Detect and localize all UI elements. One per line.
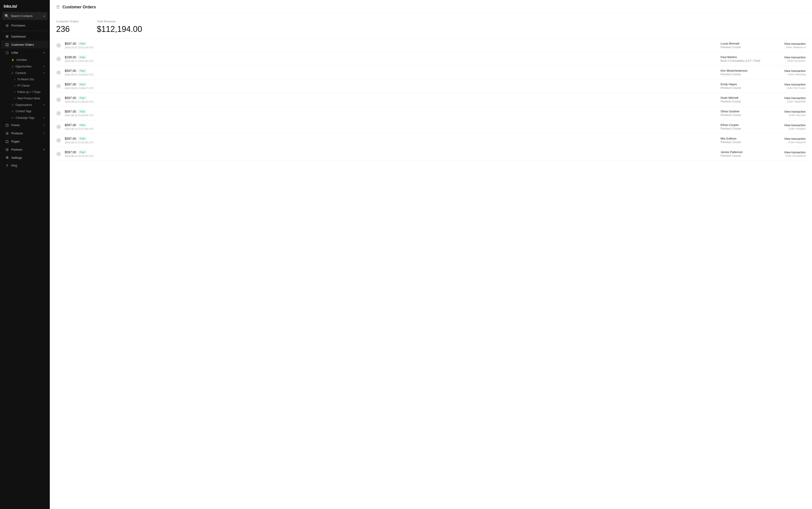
order-action-block: View transaction Order #vtpsq-f3 xyxy=(774,137,806,144)
paid-badge: Paid xyxy=(78,123,87,127)
sidebar-item-contacts[interactable]: ◎ Contacts + xyxy=(1,70,49,76)
list-icon: ≡ xyxy=(14,78,15,81)
order-price: $597.00 xyxy=(65,42,76,45)
sidebar-item-faq[interactable]: ? FAQ xyxy=(1,162,49,169)
tag-icon: 🏷 xyxy=(11,116,14,119)
add-campaign-tags-icon[interactable]: + xyxy=(43,116,45,120)
sidebar-item-contact-tags[interactable]: 🏷 Contact Tags xyxy=(1,108,49,114)
add-contact-icon[interactable]: + xyxy=(43,14,45,18)
sidebar-divider xyxy=(2,31,48,31)
svg-point-8 xyxy=(58,153,60,155)
order-circle xyxy=(56,124,61,129)
list-icon: ≡ xyxy=(14,91,15,93)
view-transaction-link[interactable]: View transaction xyxy=(774,150,806,154)
sidebar-item-opportunities[interactable]: ◫ Opportunities + xyxy=(1,63,49,69)
sidebar-item-new-product-ideas[interactable]: ≡ New Product Ideas xyxy=(1,95,49,101)
view-transaction-link[interactable]: View transaction xyxy=(774,69,806,73)
order-customer-block: James Patterson Premium Course xyxy=(721,150,770,158)
sidebar-item-pages[interactable]: ◫ Pages xyxy=(1,137,49,145)
order-circle xyxy=(56,84,61,89)
svg-point-6 xyxy=(58,126,60,128)
product-name: Premium Course xyxy=(721,141,770,144)
svg-point-3 xyxy=(58,85,60,87)
orders-stat: Customer Orders 236 xyxy=(56,20,79,34)
sidebar-item-forms[interactable]: ◫ Forms + xyxy=(1,121,49,129)
order-amount: $597.00 Paid xyxy=(65,42,94,45)
order-id: Order #xyb-jenl xyxy=(774,114,806,116)
order-date: 2024-08-15 21:07:56 UTC xyxy=(65,128,94,130)
order-id: Order #sztgt6xt xyxy=(774,127,806,130)
customer-name: Noah Mitchell xyxy=(721,96,770,100)
sidebar-item-partners[interactable]: ◎ Partners ▾ xyxy=(1,146,49,153)
order-customer-block: Mia Sullivan Premium Course xyxy=(721,137,770,144)
page-header-icon: ☰ xyxy=(56,4,60,9)
view-transaction-link[interactable]: View transaction xyxy=(774,124,806,127)
paid-badge: Paid xyxy=(78,42,87,45)
sidebar-item-purchases[interactable]: ◎ Purchases xyxy=(1,22,49,29)
order-amount-block: $597.00 Paid 2024-08-15 21:03:40 UTC xyxy=(65,137,94,144)
add-products-icon[interactable]: + xyxy=(43,132,45,135)
add-opportunities-icon[interactable]: + xyxy=(43,65,45,68)
add-organisations-icon[interactable]: + xyxy=(43,103,45,106)
sidebar-item-dashboard[interactable]: ⊞ Dashboard xyxy=(1,33,49,40)
order-price: $597.00 xyxy=(65,69,76,73)
sidebar-item-activities[interactable]: ⚡ Activities xyxy=(1,57,49,63)
pages-icon: ◫ xyxy=(5,139,9,143)
order-date: 2024-08-15 21:03:40 UTC xyxy=(65,141,94,144)
table-row: $597.00 Paid 2024-08-15 21:08:04 UTC Oli… xyxy=(54,106,808,120)
order-action-block: View transaction Order #to7mwytz xyxy=(774,83,806,89)
sidebar-item-follow-up[interactable]: ≡ Follow up > 7 Days xyxy=(1,89,49,95)
order-amount: $597.00 Paid xyxy=(65,82,94,86)
sidebar-item-label: New Product Ideas xyxy=(17,97,40,100)
orders-stat-value: 236 xyxy=(56,25,79,34)
paid-badge: Paid xyxy=(78,137,87,140)
product-name: Premium Course xyxy=(721,100,770,103)
sidebar-item-organisations[interactable]: ◫ Organisations + xyxy=(1,102,49,108)
paid-badge: Paid xyxy=(78,69,87,73)
customer-name: Mia Sullivan xyxy=(721,137,770,140)
view-transaction-link[interactable]: View transaction xyxy=(774,110,806,113)
order-amount-block: $597.00 Paid 2024-08-15 21:07:56 UTC xyxy=(65,123,94,130)
main-content: ☰ Customer Orders Customer Orders 236 To… xyxy=(50,0,812,509)
view-transaction-link[interactable]: View transaction xyxy=(774,137,806,140)
order-action-block: View transaction Order #s8uuitog xyxy=(774,69,806,76)
sidebar-item-pt-clients[interactable]: ≡ PT Clients xyxy=(1,83,49,89)
crm-icon: ⬡ xyxy=(5,50,9,55)
sidebar-item-campaign-tags[interactable]: 🏷 Campaign Tags + xyxy=(1,115,49,121)
view-transaction-link[interactable]: View transaction xyxy=(774,56,806,59)
view-transaction-link[interactable]: View transaction xyxy=(774,83,806,86)
svg-point-2 xyxy=(58,72,60,73)
order-circle xyxy=(56,111,61,116)
sidebar-item-to-reach-out[interactable]: ≡ To Reach Out xyxy=(1,76,49,82)
view-transaction-link[interactable]: View transaction xyxy=(774,96,806,100)
page-header: ☰ Customer Orders xyxy=(50,0,812,13)
add-forms-icon[interactable]: + xyxy=(43,124,45,126)
faq-icon: ? xyxy=(5,164,9,168)
chevron-down-icon: ▾ xyxy=(43,148,45,151)
order-id: Order #vtpsq-f3 xyxy=(774,141,806,144)
sidebar-item-crm[interactable]: ⬡ CRM ▾ xyxy=(1,49,49,57)
table-row: $199.00 Paid 2024-08-17 19:07:05 UTC Pau… xyxy=(54,52,808,66)
order-circle xyxy=(56,138,61,143)
settings-icon: ⚙ xyxy=(5,156,9,160)
sidebar-item-products[interactable]: ◎ Products + xyxy=(1,129,49,137)
table-row: $597.00 Paid 2024-08-15 21:09:53 UTC Kim… xyxy=(54,66,808,79)
search-contacts-button[interactable]: 🔍 Search Contacts + xyxy=(2,12,48,20)
sidebar-item-customer-orders[interactable]: ◫ Customer Orders xyxy=(1,41,49,48)
sidebar-item-settings[interactable]: ⚙ Settings xyxy=(1,154,49,162)
sidebar-item-label: Contacts xyxy=(15,71,26,75)
add-contacts-icon[interactable]: + xyxy=(43,71,45,75)
svg-point-4 xyxy=(58,99,60,101)
revenue-stat-label: Total Revenue xyxy=(97,20,142,23)
sidebar-item-label: Customer Orders xyxy=(11,43,34,46)
forms-icon: ◫ xyxy=(5,123,9,127)
revenue-stat-value: $112,194.00 xyxy=(97,25,142,34)
activities-icon: ⚡ xyxy=(11,59,14,62)
sidebar-item-label: Campaign Tags xyxy=(15,116,34,120)
view-transaction-link[interactable]: View transaction xyxy=(774,42,806,45)
order-id: Order #rxxeunhc xyxy=(774,60,806,62)
order-amount: $597.00 Paid xyxy=(65,137,94,140)
sidebar-item-label: Dashboard xyxy=(11,35,26,38)
order-circle xyxy=(56,43,61,48)
table-row: $597.00 Paid 2024-08-15 21:08:33 UTC Noa… xyxy=(54,93,808,106)
